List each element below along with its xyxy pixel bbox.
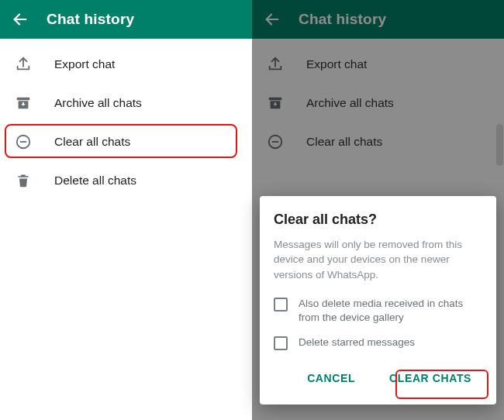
settings-list: Export chat Archive all chats Clear all … xyxy=(0,39,252,206)
option-label: Delete starred messages xyxy=(299,336,415,349)
clear-circle-icon xyxy=(14,133,33,151)
archive-icon xyxy=(14,94,33,112)
upload-icon xyxy=(14,55,33,74)
option-delete-media[interactable]: Also delete media received in chats from… xyxy=(274,297,482,325)
dialog-title: Clear all chats? xyxy=(274,212,482,228)
row-export-chat[interactable]: Export chat xyxy=(0,45,252,84)
row-archive-all[interactable]: Archive all chats xyxy=(0,84,252,122)
row-archive-all[interactable]: Archive all chats xyxy=(252,84,504,122)
dialog-message: Messages will only be removed from this … xyxy=(274,237,482,283)
row-clear-all[interactable]: Clear all chats xyxy=(252,122,504,161)
stage: Chat history Export chat Archive all cha… xyxy=(0,0,504,420)
appbar-title: Chat history xyxy=(299,11,386,28)
appbar: Chat history xyxy=(0,0,252,39)
back-arrow-icon[interactable] xyxy=(263,10,281,29)
row-clear-all[interactable]: Clear all chats xyxy=(0,122,252,161)
option-label: Also delete media received in chats from… xyxy=(299,297,482,325)
clear-circle-icon xyxy=(266,133,285,151)
row-delete-all[interactable]: Delete all chats xyxy=(0,161,252,200)
appbar-title: Chat history xyxy=(47,11,134,28)
row-label: Archive all chats xyxy=(306,96,394,110)
panel-chat-history: Chat history Export chat Archive all cha… xyxy=(0,0,252,420)
upload-icon xyxy=(266,55,285,74)
row-label: Clear all chats xyxy=(306,135,382,149)
row-label: Export chat xyxy=(54,57,115,71)
scroll-thumb[interactable] xyxy=(496,124,503,166)
option-delete-starred[interactable]: Delete starred messages xyxy=(274,336,482,350)
row-label: Export chat xyxy=(306,57,367,71)
checkbox-icon[interactable] xyxy=(274,298,288,312)
checkbox-icon[interactable] xyxy=(274,336,288,350)
svg-rect-1 xyxy=(17,98,30,101)
clear-chats-button[interactable]: CLEAR CHATS xyxy=(383,366,478,391)
svg-rect-5 xyxy=(269,98,282,101)
row-label: Archive all chats xyxy=(54,96,142,110)
cancel-button[interactable]: CANCEL xyxy=(301,366,361,391)
trash-icon xyxy=(14,171,33,190)
row-label: Delete all chats xyxy=(54,174,136,188)
dialog-actions: CANCEL CLEAR CHATS xyxy=(274,361,482,397)
row-export-chat[interactable]: Export chat xyxy=(252,45,504,84)
dialog-clear-all-chats: Clear all chats? Messages will only be r… xyxy=(260,196,496,405)
dialog-wrap: Clear all chats? Messages will only be r… xyxy=(252,196,504,405)
settings-list: Export chat Archive all chats Clear all … xyxy=(252,39,504,167)
panel-chat-history-dialog: Chat history Export chat Archive all cha… xyxy=(252,0,504,420)
appbar: Chat history xyxy=(252,0,504,39)
row-label: Clear all chats xyxy=(54,135,130,149)
back-arrow-icon[interactable] xyxy=(11,10,29,29)
archive-icon xyxy=(266,94,285,112)
